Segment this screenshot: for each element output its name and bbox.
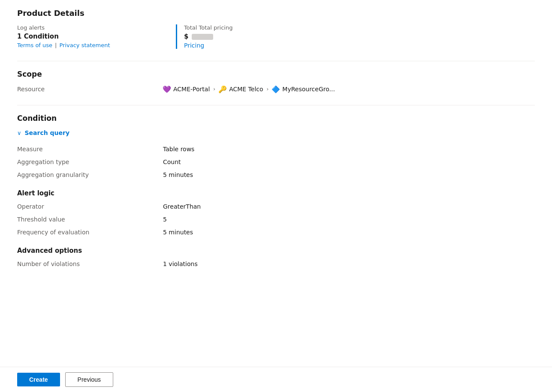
total-pricing-label: Total Total pricing (184, 24, 535, 31)
operator-label: Operator (17, 202, 163, 211)
scope-name-1: ACME Telco (229, 86, 263, 93)
resource-label: Resource (17, 86, 163, 93)
advanced-options-section: Advanced options Number of violations 1 … (17, 247, 535, 268)
scope-item-2: 🔷 MyResourceGro... (272, 85, 335, 93)
scope-item-1: 🔑 ACME Telco (219, 85, 263, 93)
product-right: Total Total pricing $ Pricing (176, 24, 535, 49)
chevron-0: › (213, 86, 215, 92)
alert-logic-grid: Operator GreaterThan Threshold value 5 F… (17, 202, 535, 236)
operator-value: GreaterThan (163, 202, 535, 211)
aggregation-type-label: Aggregation type (17, 158, 163, 166)
price-symbol: $ (184, 33, 188, 40)
condition-section: Condition ∨ Search query Measure Table r… (17, 114, 535, 268)
search-query-row[interactable]: ∨ Search query (17, 129, 535, 136)
scope-name-0: ACME-Portal (173, 86, 210, 93)
aggregation-granularity-label: Aggregation granularity (17, 171, 163, 179)
condition-count: 1 Condition (17, 33, 176, 40)
number-of-violations-label: Number of violations (17, 260, 163, 268)
portal-icon: 💜 (163, 85, 171, 93)
aggregation-granularity-value: 5 minutes (163, 171, 535, 179)
scope-breadcrumb: 💜 ACME-Portal › 🔑 ACME Telco › 🔷 MyResou… (163, 85, 335, 93)
divider-1 (17, 61, 535, 61)
terms-of-use-link[interactable]: Terms of use (17, 42, 52, 48)
scope-section: Scope Resource 💜 ACME-Portal › 🔑 ACME Te… (17, 70, 535, 93)
search-query-label: Search query (25, 129, 70, 136)
scope-row: Resource 💜 ACME-Portal › 🔑 ACME Telco › … (17, 85, 535, 93)
frequency-label: Frequency of evaluation (17, 228, 163, 236)
advanced-options-grid: Number of violations 1 violations (17, 260, 535, 268)
product-details-title: Product Details (17, 9, 535, 18)
bottom-bar: Create Previous (0, 367, 552, 392)
chevron-1: › (267, 86, 269, 92)
advanced-options-title: Advanced options (17, 247, 535, 254)
scope-title: Scope (17, 70, 535, 78)
scope-item-0: 💜 ACME-Portal (163, 85, 210, 93)
price-row: $ (184, 33, 535, 40)
previous-button[interactable]: Previous (65, 372, 113, 387)
main-content: Product Details Log alerts 1 Condition T… (0, 0, 552, 314)
threshold-label: Threshold value (17, 215, 163, 224)
links-row: Terms of use | Privacy statement (17, 42, 176, 48)
create-button[interactable]: Create (17, 373, 60, 386)
privacy-statement-link[interactable]: Privacy statement (59, 42, 110, 48)
product-details-grid: Log alerts 1 Condition Terms of use | Pr… (17, 24, 535, 49)
resource-group-icon: 🔷 (272, 85, 280, 93)
alert-logic-title: Alert logic (17, 189, 535, 197)
product-details-section: Product Details Log alerts 1 Condition T… (17, 9, 535, 49)
scope-name-2: MyResourceGro... (282, 86, 335, 93)
number-of-violations-value: 1 violations (163, 260, 535, 268)
log-alerts-label: Log alerts (17, 24, 176, 31)
link-separator: | (55, 42, 57, 48)
condition-title: Condition (17, 114, 535, 123)
threshold-value: 5 (163, 215, 535, 224)
measure-label: Measure (17, 145, 163, 153)
pricing-link[interactable]: Pricing (184, 42, 204, 49)
key-icon: 🔑 (219, 85, 226, 93)
aggregation-type-value: Count (163, 158, 535, 166)
product-left: Log alerts 1 Condition Terms of use | Pr… (17, 24, 176, 49)
frequency-value: 5 minutes (163, 228, 535, 236)
measure-value: Table rows (163, 145, 535, 153)
condition-details-grid: Measure Table rows Aggregation type Coun… (17, 145, 535, 179)
price-blurred-value (192, 34, 213, 40)
divider-2 (17, 105, 535, 105)
chevron-down-icon: ∨ (17, 130, 21, 136)
